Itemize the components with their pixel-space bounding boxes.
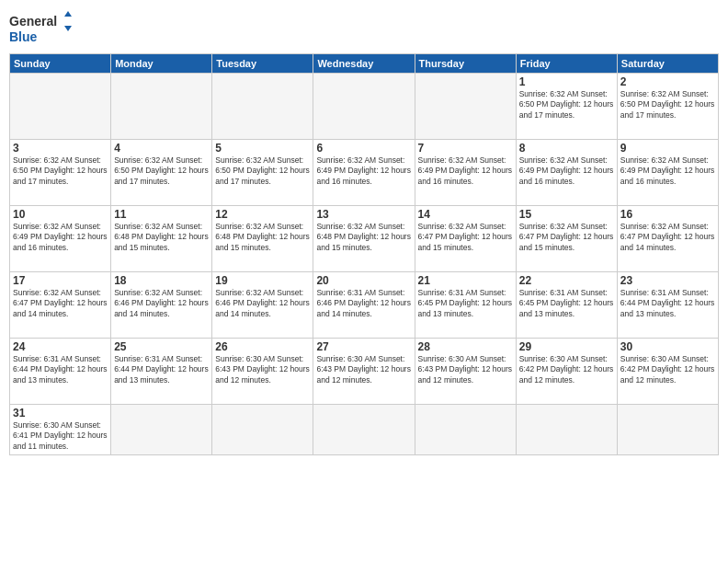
day-info: Sunrise: 6:30 AM Sunset: 6:43 PM Dayligh… bbox=[418, 354, 513, 385]
day-info: Sunrise: 6:31 AM Sunset: 6:44 PM Dayligh… bbox=[620, 288, 715, 319]
day-number: 28 bbox=[418, 340, 513, 353]
calendar-cell: 5Sunrise: 6:32 AM Sunset: 6:50 PM Daylig… bbox=[212, 140, 313, 206]
calendar-cell: 22Sunrise: 6:31 AM Sunset: 6:45 PM Dayli… bbox=[516, 272, 617, 339]
calendar-cell bbox=[10, 74, 111, 140]
day-info: Sunrise: 6:30 AM Sunset: 6:43 PM Dayligh… bbox=[215, 354, 310, 385]
calendar-cell bbox=[313, 405, 415, 455]
weekday-friday: Friday bbox=[516, 54, 617, 74]
day-number: 17 bbox=[13, 274, 108, 287]
day-info: Sunrise: 6:31 AM Sunset: 6:44 PM Dayligh… bbox=[13, 354, 108, 385]
calendar-cell: 13Sunrise: 6:32 AM Sunset: 6:48 PM Dayli… bbox=[313, 206, 415, 272]
weekday-wednesday: Wednesday bbox=[313, 54, 415, 74]
day-info: Sunrise: 6:30 AM Sunset: 6:41 PM Dayligh… bbox=[13, 420, 108, 452]
day-number: 16 bbox=[620, 208, 715, 221]
day-info: Sunrise: 6:32 AM Sunset: 6:50 PM Dayligh… bbox=[114, 155, 209, 187]
day-info: Sunrise: 6:32 AM Sunset: 6:49 PM Dayligh… bbox=[13, 222, 108, 253]
day-number: 26 bbox=[215, 340, 310, 353]
svg-marker-3 bbox=[64, 26, 72, 31]
day-number: 21 bbox=[418, 274, 513, 287]
calendar-cell bbox=[212, 405, 313, 455]
calendar-cell bbox=[313, 74, 415, 140]
calendar-cell: 11Sunrise: 6:32 AM Sunset: 6:48 PM Dayli… bbox=[111, 206, 212, 272]
weekday-thursday: Thursday bbox=[415, 54, 516, 74]
calendar-cell: 20Sunrise: 6:31 AM Sunset: 6:46 PM Dayli… bbox=[313, 272, 415, 339]
day-number: 19 bbox=[215, 274, 310, 287]
calendar-cell: 25Sunrise: 6:31 AM Sunset: 6:44 PM Dayli… bbox=[111, 339, 212, 405]
calendar-cell: 18Sunrise: 6:32 AM Sunset: 6:46 PM Dayli… bbox=[111, 272, 212, 339]
day-info: Sunrise: 6:32 AM Sunset: 6:49 PM Dayligh… bbox=[418, 155, 513, 187]
day-number: 13 bbox=[316, 208, 411, 221]
day-info: Sunrise: 6:32 AM Sunset: 6:48 PM Dayligh… bbox=[316, 222, 411, 253]
day-info: Sunrise: 6:32 AM Sunset: 6:48 PM Dayligh… bbox=[114, 222, 209, 253]
day-number: 30 bbox=[620, 340, 715, 353]
logo: GeneralBlue bbox=[9, 9, 74, 46]
day-number: 8 bbox=[519, 142, 614, 155]
calendar-cell: 3Sunrise: 6:32 AM Sunset: 6:50 PM Daylig… bbox=[10, 140, 111, 206]
calendar-cell: 14Sunrise: 6:32 AM Sunset: 6:47 PM Dayli… bbox=[415, 206, 516, 272]
day-info: Sunrise: 6:32 AM Sunset: 6:49 PM Dayligh… bbox=[620, 155, 715, 187]
weekday-monday: Monday bbox=[111, 54, 212, 74]
day-number: 1 bbox=[519, 75, 614, 88]
calendar-cell: 30Sunrise: 6:30 AM Sunset: 6:42 PM Dayli… bbox=[617, 339, 718, 405]
day-info: Sunrise: 6:31 AM Sunset: 6:46 PM Dayligh… bbox=[316, 288, 411, 319]
day-number: 7 bbox=[418, 142, 513, 155]
calendar-cell: 29Sunrise: 6:30 AM Sunset: 6:42 PM Dayli… bbox=[516, 339, 617, 405]
day-number: 24 bbox=[13, 340, 108, 353]
day-number: 14 bbox=[418, 208, 513, 221]
day-number: 22 bbox=[519, 274, 614, 287]
day-number: 10 bbox=[13, 208, 108, 221]
day-info: Sunrise: 6:30 AM Sunset: 6:42 PM Dayligh… bbox=[519, 354, 614, 385]
day-info: Sunrise: 6:32 AM Sunset: 6:46 PM Dayligh… bbox=[114, 288, 209, 319]
day-info: Sunrise: 6:32 AM Sunset: 6:49 PM Dayligh… bbox=[519, 155, 614, 187]
calendar-cell: 17Sunrise: 6:32 AM Sunset: 6:47 PM Dayli… bbox=[10, 272, 111, 339]
calendar-cell: 15Sunrise: 6:32 AM Sunset: 6:47 PM Dayli… bbox=[516, 206, 617, 272]
calendar-cell: 7Sunrise: 6:32 AM Sunset: 6:49 PM Daylig… bbox=[415, 140, 516, 206]
calendar-cell: 9Sunrise: 6:32 AM Sunset: 6:49 PM Daylig… bbox=[617, 140, 718, 206]
day-number: 27 bbox=[316, 340, 411, 353]
day-info: Sunrise: 6:32 AM Sunset: 6:47 PM Dayligh… bbox=[13, 288, 108, 319]
day-number: 25 bbox=[114, 340, 209, 353]
day-number: 6 bbox=[316, 142, 411, 155]
calendar-cell: 31Sunrise: 6:30 AM Sunset: 6:41 PM Dayli… bbox=[10, 405, 111, 455]
calendar-cell bbox=[111, 74, 212, 140]
day-number: 29 bbox=[519, 340, 614, 353]
calendar-cell: 16Sunrise: 6:32 AM Sunset: 6:47 PM Dayli… bbox=[617, 206, 718, 272]
logo-icon: GeneralBlue bbox=[9, 9, 74, 46]
day-number: 15 bbox=[519, 208, 614, 221]
day-info: Sunrise: 6:32 AM Sunset: 6:48 PM Dayligh… bbox=[215, 222, 310, 253]
day-info: Sunrise: 6:31 AM Sunset: 6:44 PM Dayligh… bbox=[114, 354, 209, 385]
day-info: Sunrise: 6:32 AM Sunset: 6:46 PM Dayligh… bbox=[215, 288, 310, 319]
calendar-cell: 6Sunrise: 6:32 AM Sunset: 6:49 PM Daylig… bbox=[313, 140, 415, 206]
calendar-cell: 19Sunrise: 6:32 AM Sunset: 6:46 PM Dayli… bbox=[212, 272, 313, 339]
calendar-cell: 2Sunrise: 6:32 AM Sunset: 6:50 PM Daylig… bbox=[617, 74, 718, 140]
weekday-sunday: Sunday bbox=[10, 54, 111, 74]
day-info: Sunrise: 6:32 AM Sunset: 6:50 PM Dayligh… bbox=[519, 89, 614, 121]
weekday-header-row: SundayMondayTuesdayWednesdayThursdayFrid… bbox=[10, 54, 719, 74]
calendar-cell bbox=[415, 74, 516, 140]
day-number: 11 bbox=[114, 208, 209, 221]
page-header: GeneralBlue bbox=[9, 9, 719, 46]
day-info: Sunrise: 6:32 AM Sunset: 6:47 PM Dayligh… bbox=[620, 222, 715, 253]
calendar-cell: 1Sunrise: 6:32 AM Sunset: 6:50 PM Daylig… bbox=[516, 74, 617, 140]
day-number: 20 bbox=[316, 274, 411, 287]
calendar-cell: 12Sunrise: 6:32 AM Sunset: 6:48 PM Dayli… bbox=[212, 206, 313, 272]
calendar-cell: 8Sunrise: 6:32 AM Sunset: 6:49 PM Daylig… bbox=[516, 140, 617, 206]
svg-text:Blue: Blue bbox=[9, 29, 38, 44]
calendar-cell bbox=[617, 405, 718, 455]
day-info: Sunrise: 6:32 AM Sunset: 6:47 PM Dayligh… bbox=[418, 222, 513, 253]
calendar-cell bbox=[516, 405, 617, 455]
calendar-cell: 27Sunrise: 6:30 AM Sunset: 6:43 PM Dayli… bbox=[313, 339, 415, 405]
day-info: Sunrise: 6:30 AM Sunset: 6:42 PM Dayligh… bbox=[620, 354, 715, 385]
day-info: Sunrise: 6:31 AM Sunset: 6:45 PM Dayligh… bbox=[519, 288, 614, 319]
day-info: Sunrise: 6:31 AM Sunset: 6:45 PM Dayligh… bbox=[418, 288, 513, 319]
day-info: Sunrise: 6:32 AM Sunset: 6:47 PM Dayligh… bbox=[519, 222, 614, 253]
day-number: 18 bbox=[114, 274, 209, 287]
calendar-cell: 24Sunrise: 6:31 AM Sunset: 6:44 PM Dayli… bbox=[10, 339, 111, 405]
day-number: 31 bbox=[13, 407, 108, 419]
day-number: 4 bbox=[114, 142, 209, 155]
day-info: Sunrise: 6:32 AM Sunset: 6:50 PM Dayligh… bbox=[620, 89, 715, 121]
calendar-cell: 28Sunrise: 6:30 AM Sunset: 6:43 PM Dayli… bbox=[415, 339, 516, 405]
weekday-saturday: Saturday bbox=[617, 54, 718, 74]
day-info: Sunrise: 6:30 AM Sunset: 6:43 PM Dayligh… bbox=[316, 354, 411, 385]
calendar-cell bbox=[111, 405, 212, 455]
